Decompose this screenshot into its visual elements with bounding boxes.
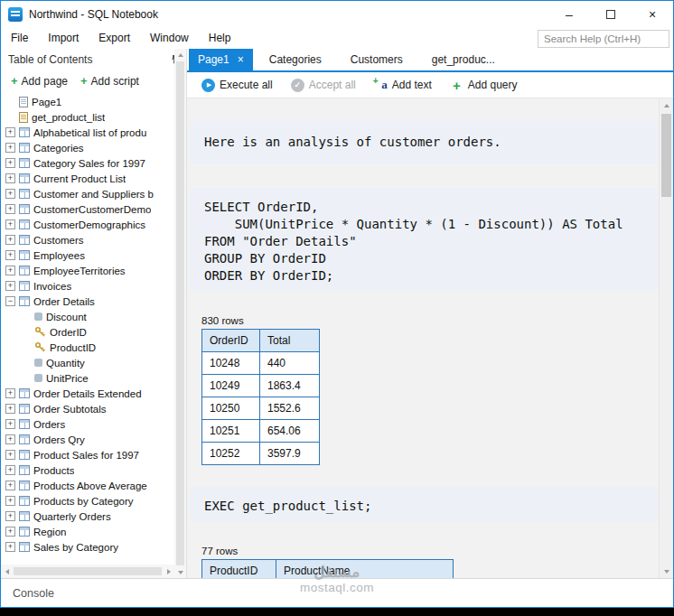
tab-customers[interactable]: Customers (338, 49, 416, 70)
expand-icon[interactable]: + (5, 434, 15, 444)
expand-icon[interactable]: + (5, 127, 15, 137)
notebook-content: Here is an analysis of customer orders. … (187, 98, 673, 578)
expand-icon[interactable]: + (5, 388, 15, 398)
console-label: Console (13, 587, 54, 600)
add-query-button[interactable]: +Add query (441, 72, 527, 98)
expand-icon[interactable]: + (5, 404, 15, 414)
tree-item-category-sales-for-1997[interactable]: +Category Sales for 1997 (1, 155, 173, 171)
content-scroll-down-icon[interactable] (660, 565, 673, 578)
expand-icon[interactable]: + (5, 511, 15, 521)
menu-item-help[interactable]: Help (199, 28, 241, 49)
tree-item-order-details[interactable]: −Order Details (1, 294, 173, 309)
content-scroll-up-icon[interactable] (660, 98, 673, 112)
text-cell[interactable]: Here is an analysis of customer orders. (190, 120, 658, 164)
tree-item-page1[interactable]: Page1 (1, 94, 173, 109)
scroll-right-icon[interactable] (163, 565, 174, 577)
expand-icon[interactable]: + (5, 219, 15, 229)
close-tab-icon[interactable]: × (238, 54, 244, 65)
tab-categories[interactable]: Categories (257, 49, 334, 70)
tree-item-employeeterritories[interactable]: +EmployeeTerritories (1, 263, 173, 278)
tree-item-employees[interactable]: +Employees (1, 247, 173, 263)
accept-all-button[interactable]: ✓Accept all (282, 72, 365, 98)
add-page-button[interactable]: +Add page (6, 75, 72, 88)
scroll-down-icon[interactable] (174, 566, 186, 578)
tree-item-label: Product Sales for 1997 (33, 450, 139, 461)
tree-item-unitprice[interactable]: UnitPrice (1, 370, 173, 386)
sidebar-hscrollbar-thumb[interactable] (14, 567, 162, 575)
tree-item-products-by-category[interactable]: +Products by Category (1, 493, 173, 509)
column-header: OrderID (202, 330, 260, 352)
expand-icon[interactable]: + (5, 542, 15, 552)
expand-icon[interactable]: + (5, 496, 15, 506)
table-icon (19, 434, 30, 444)
tree-item-orders-qry[interactable]: +Orders Qry (1, 432, 173, 447)
tree-item-product-sales-for-1997[interactable]: +Product Sales for 1997 (1, 447, 173, 462)
minimize-button[interactable]: – (548, 1, 590, 28)
search-help-input[interactable] (538, 30, 669, 48)
add-script-button[interactable]: +Add script (76, 75, 144, 88)
expand-icon[interactable]: + (5, 465, 15, 475)
tree-item-order-subtotals[interactable]: +Order Subtotals (1, 401, 173, 416)
expand-icon[interactable]: + (5, 235, 15, 245)
tree-item-customers[interactable]: +Customers (1, 232, 173, 247)
maximize-button[interactable] (590, 1, 632, 28)
tree-item-invoices[interactable]: +Invoices (1, 278, 173, 294)
collapse-icon[interactable]: − (5, 296, 15, 306)
expand-icon[interactable]: + (5, 527, 15, 537)
expand-icon[interactable]: + (5, 281, 15, 291)
screenshot-stage: Northwind - SQL Notebook – × FileImportE… (0, 0, 674, 616)
sidebar-vertical-scrollbar[interactable] (174, 49, 186, 578)
tab-get-produc[interactable]: get_produc... (419, 49, 508, 70)
tree-item-customercustomerdemo[interactable]: +CustomerCustomerDemo (1, 201, 173, 217)
tree-item-productid[interactable]: ProductID (1, 340, 173, 355)
close-button[interactable]: × (632, 1, 673, 28)
cell: 10249 (202, 375, 260, 397)
menu-item-import[interactable]: Import (38, 28, 89, 49)
menu-item-window[interactable]: Window (140, 28, 199, 49)
table-row: 102501552.6 (202, 397, 320, 420)
tree-item-sales-by-category[interactable]: +Sales by Category (1, 539, 173, 555)
tree-item-products[interactable]: +Products (1, 462, 173, 478)
execute-all-button[interactable]: ▶Execute all (192, 72, 282, 98)
sql-query-cell[interactable]: SELECT OrderID, SUM(UnitPrice * Quantity… (190, 188, 658, 292)
tree-item-customerdemographics[interactable]: +CustomerDemographics (1, 217, 173, 232)
sidebar-scrollbar-thumb[interactable] (176, 61, 184, 565)
tree-item-customer-and-suppliers-b[interactable]: +Customer and Suppliers b (1, 186, 173, 201)
tree-item-orderid[interactable]: OrderID (1, 324, 173, 340)
sidebar-horizontal-scrollbar[interactable] (1, 565, 174, 578)
expand-icon[interactable]: + (5, 419, 15, 429)
add-text-button[interactable]: +aAdd text (365, 72, 441, 98)
tree-item-alphabetical-list-of-produ[interactable]: +Alphabetical list of produ (1, 125, 173, 140)
tree-item-categories[interactable]: +Categories (1, 140, 173, 155)
tree-item-products-above-average[interactable]: +Products Above Average (1, 478, 173, 493)
console-bar[interactable]: Console (1, 578, 673, 607)
tab-page1[interactable]: Page1× (189, 49, 253, 70)
scroll-up-icon[interactable] (174, 49, 186, 61)
expand-icon[interactable]: + (5, 143, 15, 153)
tree-item-order-details-extended[interactable]: +Order Details Extended (1, 386, 173, 401)
tab-label: Categories (269, 53, 322, 66)
table-row: 10251654.06 (202, 420, 320, 443)
expand-icon[interactable]: + (5, 173, 15, 183)
expand-icon[interactable]: + (5, 266, 15, 275)
tree-item-discount[interactable]: Discount (1, 309, 173, 324)
tree-item-quantity[interactable]: Quantity (1, 355, 173, 370)
tree-item-get-product-list[interactable]: get_product_list (1, 109, 173, 125)
tree-item-orders[interactable]: +Orders (1, 416, 173, 432)
tree-item-quarterly-orders[interactable]: +Quarterly Orders (1, 509, 173, 524)
expand-icon[interactable]: + (5, 250, 15, 260)
expand-icon[interactable]: + (5, 189, 15, 199)
window-title: Northwind - SQL Notebook (29, 8, 158, 21)
expand-icon[interactable]: + (5, 204, 15, 214)
expand-icon[interactable]: + (5, 158, 15, 168)
content-scrollbar-thumb[interactable] (661, 114, 671, 197)
expand-icon[interactable]: + (5, 450, 15, 460)
expand-icon[interactable]: + (5, 481, 15, 490)
menu-item-export[interactable]: Export (89, 28, 140, 49)
tree-item-current-product-list[interactable]: +Current Product List (1, 171, 173, 186)
tree-item-region[interactable]: +Region (1, 524, 173, 539)
scroll-left-icon[interactable] (1, 565, 13, 577)
menu-item-file[interactable]: File (1, 28, 38, 49)
exec-query-cell[interactable]: EXEC get_product_list; (190, 487, 658, 522)
content-vertical-scrollbar[interactable] (659, 98, 673, 578)
